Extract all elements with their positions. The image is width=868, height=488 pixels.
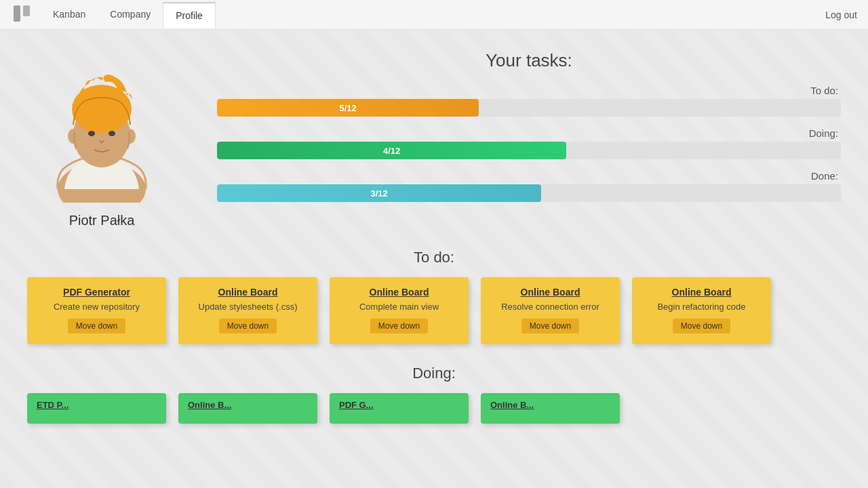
profile-name: Piotr Pałka xyxy=(69,213,135,228)
doing-card-label-0: ETD P... xyxy=(37,400,157,410)
progress-bar-todo: 5/12 xyxy=(217,99,479,117)
progress-bar-done: 3/12 xyxy=(217,184,541,202)
doing-card-label-2: PDF G... xyxy=(339,400,459,410)
svg-point-5 xyxy=(68,129,79,144)
nav-company[interactable]: Company xyxy=(98,2,163,28)
doing-section-title: Doing: xyxy=(27,365,841,382)
navbar: Kanban Company Profile Log out xyxy=(0,0,868,30)
todo-cards-row: PDF Generator Create new repository Move… xyxy=(27,277,841,344)
doing-card-2: PDF G... xyxy=(330,393,469,424)
main-content: Piotr Pałka Your tasks: To do: 5/12 Doin… xyxy=(0,30,868,249)
doing-card-1: Online B... xyxy=(178,393,317,424)
svg-rect-1 xyxy=(23,5,30,16)
todo-card-3: Online Board Resolve connection error Mo… xyxy=(481,277,620,344)
svg-rect-0 xyxy=(14,5,20,22)
nav-kanban[interactable]: Kanban xyxy=(41,2,98,28)
card-desc-2: Complete main view xyxy=(359,302,439,312)
tasks-title: Your tasks: xyxy=(217,50,841,71)
card-project-0: PDF Generator xyxy=(63,287,130,298)
move-down-btn-4[interactable]: Move down xyxy=(673,319,730,333)
card-project-2: Online Board xyxy=(370,287,429,298)
card-desc-1: Update stylesheets (.css) xyxy=(199,302,298,312)
doing-card-3: Online B... xyxy=(481,393,620,424)
card-project-4: Online Board xyxy=(672,287,732,298)
progress-track-doing: 4/12 xyxy=(217,142,841,159)
move-down-btn-2[interactable]: Move down xyxy=(370,319,428,333)
tasks-section: Your tasks: To do: 5/12 Doing: 4/12 Done… xyxy=(217,50,841,228)
task-row-todo: To do: 5/12 xyxy=(217,85,841,117)
todo-card-1: Online Board Update stylesheets (.css) M… xyxy=(178,277,317,344)
todo-section: To do: PDF Generator Create new reposito… xyxy=(0,249,868,365)
logout-button[interactable]: Log out xyxy=(825,9,857,20)
card-project-3: Online Board xyxy=(521,287,580,298)
progress-track-todo: 5/12 xyxy=(217,99,841,117)
nav-links: Kanban Company Profile xyxy=(41,2,216,28)
move-down-btn-0[interactable]: Move down xyxy=(68,319,125,333)
doing-section: Doing: ETD P... Online B... PDF G... Onl… xyxy=(0,365,868,430)
avatar xyxy=(34,50,170,206)
doing-card-label-3: Online B... xyxy=(490,400,610,410)
task-label-doing: Doing: xyxy=(217,127,841,139)
profile-section: Piotr Pałka xyxy=(27,50,176,228)
svg-point-9 xyxy=(108,131,115,136)
card-project-1: Online Board xyxy=(218,287,278,298)
card-desc-4: Begin refactoring code xyxy=(657,302,745,312)
card-desc-3: Resolve connection error xyxy=(501,302,599,312)
card-desc-0: Create new repository xyxy=(54,302,140,312)
task-label-done: Done: xyxy=(217,170,841,182)
progress-bar-doing: 4/12 xyxy=(217,142,566,159)
doing-card-0: ETD P... xyxy=(27,393,166,424)
doing-cards-row: ETD P... Online B... PDF G... Online B..… xyxy=(27,393,841,424)
todo-card-0: PDF Generator Create new repository Move… xyxy=(27,277,166,344)
todo-card-2: Online Board Complete main view Move dow… xyxy=(330,277,469,344)
nav-logo xyxy=(11,3,41,27)
doing-card-label-1: Online B... xyxy=(188,400,308,410)
move-down-btn-3[interactable]: Move down xyxy=(521,319,579,333)
progress-track-done: 3/12 xyxy=(217,184,841,202)
task-row-doing: Doing: 4/12 xyxy=(217,127,841,159)
task-label-todo: To do: xyxy=(217,85,841,96)
move-down-btn-1[interactable]: Move down xyxy=(219,319,277,333)
task-row-done: Done: 3/12 xyxy=(217,170,841,202)
todo-card-4: Online Board Begin refactoring code Move… xyxy=(632,277,771,344)
todo-section-title: To do: xyxy=(27,249,841,266)
svg-point-8 xyxy=(88,131,95,136)
svg-point-6 xyxy=(125,129,136,144)
nav-profile[interactable]: Profile xyxy=(163,2,216,28)
